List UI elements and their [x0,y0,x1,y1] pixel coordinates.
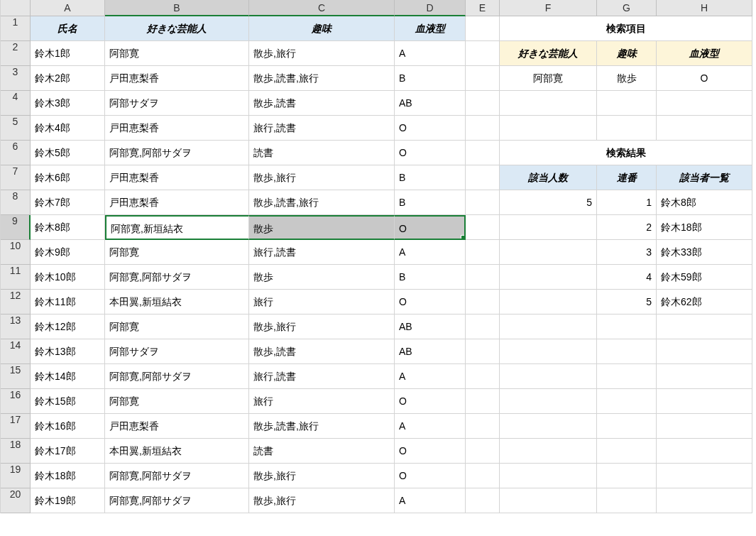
header-hobby[interactable]: 趣味 [249,16,395,41]
cell-D18[interactable]: O [395,439,466,464]
result-no-1[interactable]: 1 [597,190,657,215]
result-count[interactable]: 5 [500,190,597,215]
header-name[interactable]: 氏名 [31,16,105,41]
cell-E7[interactable] [466,165,500,190]
cell-C13[interactable]: 散歩,旅行 [249,315,395,339]
result-no-4[interactable]: 4 [597,265,657,290]
cell-B19[interactable]: 阿部寛,阿部サダヲ [105,464,249,488]
result-section-title[interactable]: 検索結果 [500,141,752,165]
col-header-G[interactable]: G [597,0,657,16]
cell-F11[interactable] [500,265,597,290]
cell-F19[interactable] [500,464,597,488]
cell-D8[interactable]: B [395,190,466,215]
cell-A13[interactable]: 鈴木12郎 [31,315,105,339]
cell-G13[interactable] [597,315,657,339]
result-name-4[interactable]: 鈴木59郎 [657,265,752,290]
cell-G14[interactable] [597,339,657,364]
row-header-4[interactable]: 4 [1,91,31,116]
cell-E8[interactable] [466,190,500,215]
cell-B14[interactable]: 阿部サダヲ [105,339,249,364]
cell-D17[interactable]: A [395,414,466,439]
cell-B13[interactable]: 阿部寛 [105,315,249,339]
row-header-14[interactable]: 14 [1,339,31,364]
col-header-D[interactable]: D [395,0,466,16]
cell-G19[interactable] [597,464,657,488]
cell-C2[interactable]: 散歩,旅行 [249,41,395,66]
select-all-corner[interactable] [1,0,31,16]
cell-D7[interactable]: B [395,165,466,190]
cell-E6[interactable] [466,141,500,165]
cell-F14[interactable] [500,339,597,364]
cell-C16[interactable]: 旅行 [249,389,395,414]
cell-B6[interactable]: 阿部寛,阿部サダヲ [105,141,249,165]
cell-F5[interactable] [500,116,597,141]
row-header-7[interactable]: 7 [1,165,31,190]
cell-C12[interactable]: 旅行 [249,290,395,315]
cell-A8[interactable]: 鈴木7郎 [31,190,105,215]
cell-F4[interactable] [500,91,597,116]
cell-C19[interactable]: 散歩,旅行 [249,464,395,488]
cell-E19[interactable] [466,464,500,488]
cell-E9[interactable] [466,215,500,240]
cell-B9-active[interactable]: 阿部寛,新垣結衣 [105,215,249,240]
result-header-no[interactable]: 連番 [597,165,657,190]
cell-H18[interactable] [657,439,752,464]
cell-D2[interactable]: A [395,41,466,66]
cell-B10[interactable]: 阿部寛 [105,240,249,265]
cell-D9[interactable]: O [395,215,466,240]
header-celeb[interactable]: 好きな芸能人 [105,16,249,41]
cell-H14[interactable] [657,339,752,364]
cell-A19[interactable]: 鈴木18郎 [31,464,105,488]
cell-C3[interactable]: 散歩,読書,旅行 [249,66,395,91]
cell-H15[interactable] [657,364,752,389]
cell-G16[interactable] [597,389,657,414]
cell-E17[interactable] [466,414,500,439]
cell-A6[interactable]: 鈴木5郎 [31,141,105,165]
header-blood[interactable]: 血液型 [395,16,466,41]
search-value-blood[interactable]: O [657,66,752,91]
cell-E10[interactable] [466,240,500,265]
cell-G5[interactable] [597,116,657,141]
cell-B5[interactable]: 戸田恵梨香 [105,116,249,141]
cell-G18[interactable] [597,439,657,464]
cell-B3[interactable]: 戸田恵梨香 [105,66,249,91]
cell-E16[interactable] [466,389,500,414]
search-value-celeb[interactable]: 阿部寛 [500,66,597,91]
cell-B2[interactable]: 阿部寛 [105,41,249,66]
result-name-5[interactable]: 鈴木62郎 [657,290,752,315]
cell-H4[interactable] [657,91,752,116]
cell-B18[interactable]: 本田翼,新垣結衣 [105,439,249,464]
cell-A20[interactable]: 鈴木19郎 [31,488,105,513]
row-header-1[interactable]: 1 [1,16,31,41]
cell-A17[interactable]: 鈴木16郎 [31,414,105,439]
cell-H13[interactable] [657,315,752,339]
cell-A18[interactable]: 鈴木17郎 [31,439,105,464]
cell-E4[interactable] [466,91,500,116]
cell-B16[interactable]: 阿部寛 [105,389,249,414]
cell-E15[interactable] [466,364,500,389]
search-header-celeb[interactable]: 好きな芸能人 [500,41,597,66]
row-header-16[interactable]: 16 [1,389,31,414]
row-header-3[interactable]: 3 [1,66,31,91]
row-header-15[interactable]: 15 [1,364,31,389]
cell-D12[interactable]: O [395,290,466,315]
cell-C7[interactable]: 散歩,旅行 [249,165,395,190]
search-header-blood[interactable]: 血液型 [657,41,752,66]
cell-G4[interactable] [597,91,657,116]
cell-E20[interactable] [466,488,500,513]
cell-H5[interactable] [657,116,752,141]
cell-A12[interactable]: 鈴木11郎 [31,290,105,315]
cell-A2[interactable]: 鈴木1郎 [31,41,105,66]
cell-F20[interactable] [500,488,597,513]
cell-B4[interactable]: 阿部サダヲ [105,91,249,116]
cell-D20[interactable]: A [395,488,466,513]
row-header-20[interactable]: 20 [1,488,31,513]
row-header-18[interactable]: 18 [1,439,31,464]
cell-D3[interactable]: B [395,66,466,91]
row-header-19[interactable]: 19 [1,464,31,488]
result-name-3[interactable]: 鈴木33郎 [657,240,752,265]
col-header-H[interactable]: H [657,0,752,16]
cell-E11[interactable] [466,265,500,290]
cell-D16[interactable]: O [395,389,466,414]
cell-C14[interactable]: 散歩,読書 [249,339,395,364]
